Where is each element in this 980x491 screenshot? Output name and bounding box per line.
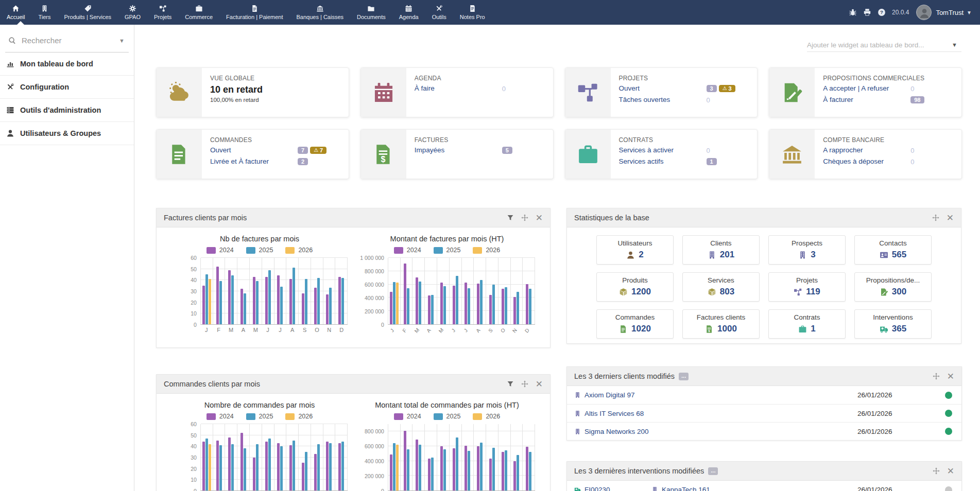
bar-2024[interactable] (302, 463, 304, 490)
bar-2025[interactable] (529, 289, 531, 324)
bar-2024[interactable] (216, 267, 219, 324)
bar-2025[interactable] (244, 448, 246, 490)
bar-2024[interactable] (240, 433, 243, 490)
nav-item-agenda[interactable]: Agenda (392, 0, 425, 25)
count-badge[interactable]: 3 (707, 85, 717, 92)
stat-tile-propositions-de-[interactable]: Propositions/de...300 (854, 272, 932, 302)
stat-tile-utilisateurs[interactable]: Utilisateurs2 (596, 235, 674, 265)
client-link[interactable]: Axiom Digital 97 (584, 391, 635, 399)
card-row-link[interactable]: Services à activer (619, 146, 674, 154)
bug-icon[interactable] (849, 8, 857, 16)
bar-2024[interactable] (416, 277, 418, 324)
bar-2025[interactable] (329, 288, 332, 324)
bar-2026[interactable] (396, 283, 399, 324)
search-caret-icon[interactable]: ▼ (119, 38, 125, 44)
bar-2025[interactable] (317, 278, 320, 324)
filter-icon[interactable] (507, 214, 514, 221)
bar-2024[interactable] (277, 275, 280, 324)
bar-2025[interactable] (480, 443, 483, 490)
ellipsis-icon[interactable]: ... (679, 373, 689, 380)
sidebar-item-utilisateurs-groupes[interactable]: Utilisateurs & Groupes (0, 122, 134, 145)
bar-2024[interactable] (477, 284, 479, 324)
bar-2025[interactable] (305, 279, 307, 324)
bar-2024[interactable] (428, 295, 431, 324)
bar-2025[interactable] (407, 288, 409, 324)
bar-2025[interactable] (293, 268, 295, 324)
close-icon[interactable]: ✕ (536, 214, 543, 222)
bar-2025[interactable] (517, 455, 519, 490)
nav-item-documents[interactable]: Documents (350, 0, 392, 25)
card-factures[interactable]: $FACTURESImpayées5 (360, 129, 554, 179)
bar-2025[interactable] (293, 441, 295, 490)
sidebar-item-configuration[interactable]: Configuration (0, 76, 134, 99)
card-row-link[interactable]: A rapprocher (823, 146, 863, 154)
bar-2025[interactable] (205, 439, 208, 490)
nav-item-banques-caisses[interactable]: Banques | Caisses (290, 0, 351, 25)
bar-2025[interactable] (505, 287, 507, 324)
count-badge[interactable]: 1 (707, 158, 717, 165)
bar-2024[interactable] (526, 447, 528, 490)
bar-2026[interactable] (209, 444, 211, 490)
card-row-link[interactable]: Livrée et À facturer (210, 157, 269, 165)
bar-2025[interactable] (256, 444, 259, 490)
bar-2024[interactable] (477, 446, 479, 490)
avatar[interactable] (916, 5, 932, 20)
bar-2025[interactable] (219, 281, 222, 324)
bar-2025[interactable] (419, 282, 421, 324)
bar-2025[interactable] (305, 452, 307, 490)
bar-2024[interactable] (314, 454, 317, 490)
bar-2024[interactable] (489, 459, 492, 490)
card-row-link[interactable]: A accepter | A refuser (823, 84, 889, 92)
stat-tile-projets[interactable]: Projets119 (768, 272, 846, 302)
bar-2025[interactable] (492, 285, 495, 324)
count-badge[interactable]: 98 (910, 96, 924, 103)
bar-2024[interactable] (338, 443, 341, 490)
bar-2025[interactable] (456, 276, 458, 324)
client-link[interactable]: Sigma Networks 200 (584, 428, 649, 435)
filter-icon[interactable] (507, 380, 514, 388)
bar-2026[interactable] (396, 445, 399, 490)
bar-2024[interactable] (502, 452, 504, 490)
bar-2025[interactable] (431, 458, 434, 491)
stat-tile-prospects[interactable]: Prospects3 (768, 235, 846, 265)
card-vue-globale[interactable]: VUE GLOBALE10 en retard100,00% en retard (156, 67, 349, 117)
bar-2025[interactable] (393, 282, 396, 324)
bar-2025[interactable] (268, 439, 271, 490)
bar-2025[interactable] (231, 275, 234, 324)
sidebar-item-outils-d-administration[interactable]: Outils d'administration (0, 99, 134, 122)
nav-item-facturation-paiement[interactable]: Facturation | Paiement (219, 0, 289, 25)
count-badge[interactable]: 2 (298, 158, 308, 165)
bar-2026[interactable] (209, 279, 211, 324)
bar-2024[interactable] (265, 442, 268, 490)
bar-2024[interactable] (489, 295, 492, 324)
bar-2024[interactable] (416, 440, 418, 490)
bar-2025[interactable] (492, 448, 495, 490)
nav-item-notes-pro[interactable]: Notes Pro (453, 0, 492, 25)
bar-2024[interactable] (453, 448, 455, 490)
bar-2025[interactable] (468, 288, 470, 324)
bar-2025[interactable] (280, 287, 283, 324)
bar-2024[interactable] (326, 442, 329, 490)
nav-item-accueil[interactable]: Accueil (0, 0, 31, 25)
card-agenda[interactable]: AGENDAÀ faire0 (360, 67, 554, 117)
count-badge[interactable]: 7 (298, 147, 308, 154)
bar-2024[interactable] (202, 286, 205, 324)
bar-2024[interactable] (338, 277, 341, 324)
close-icon[interactable]: ✕ (947, 467, 954, 476)
bar-2024[interactable] (526, 284, 528, 324)
bar-2025[interactable] (529, 452, 531, 490)
close-icon[interactable]: ✕ (947, 214, 954, 222)
card-contrats[interactable]: CONTRATSServices à activer0Services acti… (565, 129, 758, 179)
bar-2025[interactable] (231, 444, 234, 490)
bar-2025[interactable] (443, 449, 446, 490)
stat-tile-produits[interactable]: Produits1200 (596, 272, 674, 302)
stat-tile-contacts[interactable]: Contacts565 (854, 235, 932, 265)
ellipsis-icon[interactable]: ... (708, 467, 718, 475)
bar-2024[interactable] (513, 297, 516, 324)
bar-2024[interactable] (216, 441, 219, 490)
bar-2025[interactable] (219, 445, 222, 490)
bar-2025[interactable] (480, 280, 483, 324)
nav-item-produits-services[interactable]: Produits | Services (58, 0, 118, 25)
bar-2025[interactable] (431, 295, 434, 324)
warning-badge[interactable]: ⚠3 (719, 85, 735, 92)
